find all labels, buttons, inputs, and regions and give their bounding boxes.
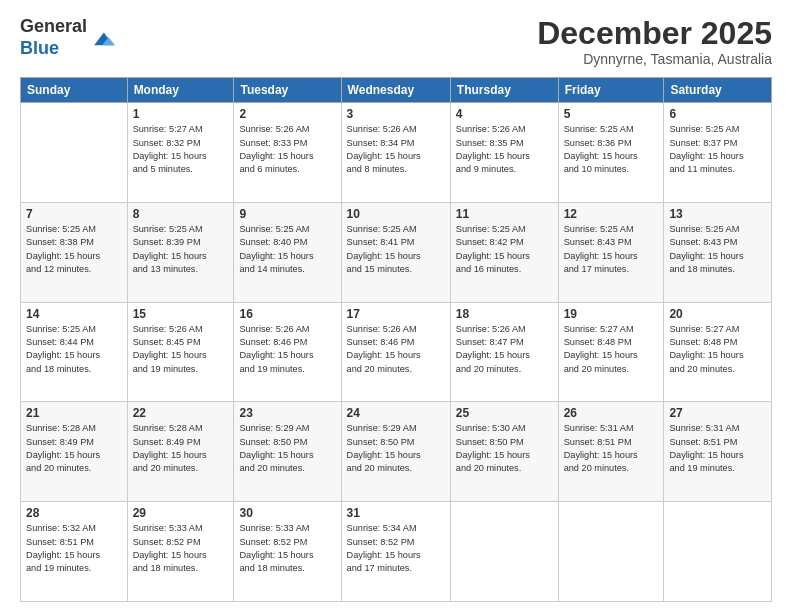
day-info: Sunrise: 5:26 AMSunset: 8:33 PMDaylight:… (239, 123, 335, 176)
day-cell: 4Sunrise: 5:26 AMSunset: 8:35 PMDaylight… (450, 103, 558, 203)
day-number: 10 (347, 207, 445, 221)
week-row-3: 21Sunrise: 5:28 AMSunset: 8:49 PMDayligh… (21, 402, 772, 502)
day-info: Sunrise: 5:33 AMSunset: 8:52 PMDaylight:… (239, 522, 335, 575)
day-cell: 12Sunrise: 5:25 AMSunset: 8:43 PMDayligh… (558, 202, 664, 302)
day-cell (664, 502, 772, 602)
day-info: Sunrise: 5:30 AMSunset: 8:50 PMDaylight:… (456, 422, 553, 475)
day-info: Sunrise: 5:26 AMSunset: 8:46 PMDaylight:… (239, 323, 335, 376)
day-number: 24 (347, 406, 445, 420)
day-cell: 27Sunrise: 5:31 AMSunset: 8:51 PMDayligh… (664, 402, 772, 502)
day-info: Sunrise: 5:26 AMSunset: 8:46 PMDaylight:… (347, 323, 445, 376)
day-cell: 21Sunrise: 5:28 AMSunset: 8:49 PMDayligh… (21, 402, 128, 502)
calendar-table: SundayMondayTuesdayWednesdayThursdayFrid… (20, 77, 772, 602)
header-cell-saturday: Saturday (664, 78, 772, 103)
day-info: Sunrise: 5:27 AMSunset: 8:48 PMDaylight:… (564, 323, 659, 376)
day-number: 29 (133, 506, 229, 520)
day-info: Sunrise: 5:33 AMSunset: 8:52 PMDaylight:… (133, 522, 229, 575)
day-info: Sunrise: 5:25 AMSunset: 8:43 PMDaylight:… (564, 223, 659, 276)
day-number: 15 (133, 307, 229, 321)
day-number: 23 (239, 406, 335, 420)
day-number: 19 (564, 307, 659, 321)
header-cell-sunday: Sunday (21, 78, 128, 103)
day-cell: 23Sunrise: 5:29 AMSunset: 8:50 PMDayligh… (234, 402, 341, 502)
day-cell: 5Sunrise: 5:25 AMSunset: 8:36 PMDaylight… (558, 103, 664, 203)
day-number: 28 (26, 506, 122, 520)
day-number: 14 (26, 307, 122, 321)
day-info: Sunrise: 5:26 AMSunset: 8:34 PMDaylight:… (347, 123, 445, 176)
day-info: Sunrise: 5:25 AMSunset: 8:38 PMDaylight:… (26, 223, 122, 276)
day-cell: 8Sunrise: 5:25 AMSunset: 8:39 PMDaylight… (127, 202, 234, 302)
day-cell: 25Sunrise: 5:30 AMSunset: 8:50 PMDayligh… (450, 402, 558, 502)
day-number: 18 (456, 307, 553, 321)
day-info: Sunrise: 5:32 AMSunset: 8:51 PMDaylight:… (26, 522, 122, 575)
day-number: 22 (133, 406, 229, 420)
header-cell-thursday: Thursday (450, 78, 558, 103)
day-info: Sunrise: 5:25 AMSunset: 8:42 PMDaylight:… (456, 223, 553, 276)
day-number: 6 (669, 107, 766, 121)
header-row: SundayMondayTuesdayWednesdayThursdayFrid… (21, 78, 772, 103)
day-cell: 24Sunrise: 5:29 AMSunset: 8:50 PMDayligh… (341, 402, 450, 502)
day-cell: 31Sunrise: 5:34 AMSunset: 8:52 PMDayligh… (341, 502, 450, 602)
logo-text: General Blue (20, 16, 87, 59)
day-cell (450, 502, 558, 602)
day-number: 16 (239, 307, 335, 321)
logo-icon (91, 26, 115, 50)
header-cell-friday: Friday (558, 78, 664, 103)
day-info: Sunrise: 5:29 AMSunset: 8:50 PMDaylight:… (347, 422, 445, 475)
day-cell: 10Sunrise: 5:25 AMSunset: 8:41 PMDayligh… (341, 202, 450, 302)
week-row-1: 7Sunrise: 5:25 AMSunset: 8:38 PMDaylight… (21, 202, 772, 302)
day-info: Sunrise: 5:26 AMSunset: 8:47 PMDaylight:… (456, 323, 553, 376)
day-cell: 11Sunrise: 5:25 AMSunset: 8:42 PMDayligh… (450, 202, 558, 302)
day-number: 20 (669, 307, 766, 321)
day-info: Sunrise: 5:29 AMSunset: 8:50 PMDaylight:… (239, 422, 335, 475)
day-number: 31 (347, 506, 445, 520)
day-info: Sunrise: 5:26 AMSunset: 8:35 PMDaylight:… (456, 123, 553, 176)
day-info: Sunrise: 5:28 AMSunset: 8:49 PMDaylight:… (133, 422, 229, 475)
day-cell: 3Sunrise: 5:26 AMSunset: 8:34 PMDaylight… (341, 103, 450, 203)
day-cell: 28Sunrise: 5:32 AMSunset: 8:51 PMDayligh… (21, 502, 128, 602)
day-cell: 15Sunrise: 5:26 AMSunset: 8:45 PMDayligh… (127, 302, 234, 402)
day-info: Sunrise: 5:26 AMSunset: 8:45 PMDaylight:… (133, 323, 229, 376)
day-info: Sunrise: 5:27 AMSunset: 8:48 PMDaylight:… (669, 323, 766, 376)
day-number: 4 (456, 107, 553, 121)
day-info: Sunrise: 5:34 AMSunset: 8:52 PMDaylight:… (347, 522, 445, 575)
day-cell (558, 502, 664, 602)
header-cell-tuesday: Tuesday (234, 78, 341, 103)
day-cell: 6Sunrise: 5:25 AMSunset: 8:37 PMDaylight… (664, 103, 772, 203)
day-number: 1 (133, 107, 229, 121)
day-number: 3 (347, 107, 445, 121)
day-cell: 19Sunrise: 5:27 AMSunset: 8:48 PMDayligh… (558, 302, 664, 402)
day-number: 9 (239, 207, 335, 221)
day-number: 25 (456, 406, 553, 420)
day-info: Sunrise: 5:25 AMSunset: 8:41 PMDaylight:… (347, 223, 445, 276)
day-number: 5 (564, 107, 659, 121)
header: General Blue December 2025 Dynnyrne, Tas… (20, 16, 772, 67)
day-info: Sunrise: 5:25 AMSunset: 8:36 PMDaylight:… (564, 123, 659, 176)
day-cell: 29Sunrise: 5:33 AMSunset: 8:52 PMDayligh… (127, 502, 234, 602)
day-info: Sunrise: 5:28 AMSunset: 8:49 PMDaylight:… (26, 422, 122, 475)
day-cell: 18Sunrise: 5:26 AMSunset: 8:47 PMDayligh… (450, 302, 558, 402)
day-info: Sunrise: 5:25 AMSunset: 8:39 PMDaylight:… (133, 223, 229, 276)
day-number: 2 (239, 107, 335, 121)
day-number: 26 (564, 406, 659, 420)
day-cell: 22Sunrise: 5:28 AMSunset: 8:49 PMDayligh… (127, 402, 234, 502)
day-info: Sunrise: 5:25 AMSunset: 8:44 PMDaylight:… (26, 323, 122, 376)
month-title: December 2025 (537, 16, 772, 51)
day-number: 27 (669, 406, 766, 420)
day-number: 11 (456, 207, 553, 221)
title-block: December 2025 Dynnyrne, Tasmania, Austra… (537, 16, 772, 67)
day-number: 7 (26, 207, 122, 221)
day-info: Sunrise: 5:31 AMSunset: 8:51 PMDaylight:… (669, 422, 766, 475)
day-info: Sunrise: 5:27 AMSunset: 8:32 PMDaylight:… (133, 123, 229, 176)
day-info: Sunrise: 5:25 AMSunset: 8:43 PMDaylight:… (669, 223, 766, 276)
week-row-0: 1Sunrise: 5:27 AMSunset: 8:32 PMDaylight… (21, 103, 772, 203)
logo-general: General (20, 16, 87, 36)
logo: General Blue (20, 16, 115, 59)
day-cell: 17Sunrise: 5:26 AMSunset: 8:46 PMDayligh… (341, 302, 450, 402)
day-cell: 1Sunrise: 5:27 AMSunset: 8:32 PMDaylight… (127, 103, 234, 203)
day-cell: 9Sunrise: 5:25 AMSunset: 8:40 PMDaylight… (234, 202, 341, 302)
day-number: 21 (26, 406, 122, 420)
day-number: 13 (669, 207, 766, 221)
day-info: Sunrise: 5:31 AMSunset: 8:51 PMDaylight:… (564, 422, 659, 475)
day-info: Sunrise: 5:25 AMSunset: 8:37 PMDaylight:… (669, 123, 766, 176)
